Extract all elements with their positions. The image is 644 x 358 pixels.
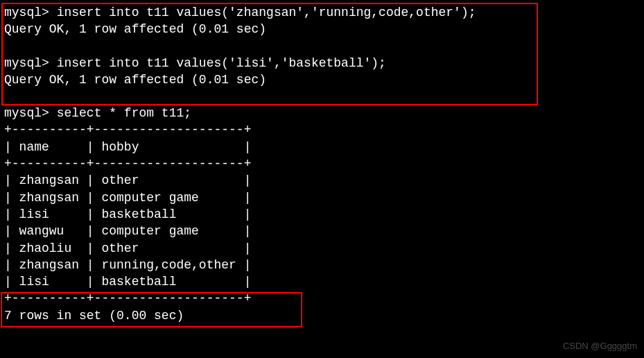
query-result: Query OK, 1 row affected (0.01 sec): [4, 21, 644, 37]
table-row: | zhangsan | running,code,other |: [4, 257, 644, 273]
watermark-text: CSDN @Gggggtm: [563, 340, 637, 352]
rows-in-set: 7 rows in set (0.00 sec): [4, 307, 644, 324]
table-row: | zhaoliu | other |: [4, 240, 644, 257]
sql-select-command: select * from t11;: [57, 106, 191, 120]
sql-insert-command: insert into t11 values('lisi','basketbal…: [57, 56, 386, 70]
terminal-line: mysql> select * from t11;: [4, 105, 644, 121]
table-border: +----------+--------------------+: [4, 121, 644, 138]
table-row: | zhangsan | other |: [4, 172, 644, 189]
table-border: +----------+--------------------+: [4, 155, 644, 172]
table-row: | lisi | basketball |: [4, 273, 644, 290]
table-border: +----------+--------------------+: [4, 290, 644, 307]
blank-line: [4, 88, 644, 105]
table-row: | zhangsan | computer game |: [4, 189, 644, 206]
terminal-line: mysql> insert into t11 values('zhangsan'…: [4, 4, 644, 21]
table-row: | lisi | basketball |: [4, 206, 644, 223]
mysql-prompt: mysql>: [4, 56, 49, 70]
blank-line: [4, 38, 644, 55]
table-row: | wangwu | computer game |: [4, 223, 644, 239]
sql-insert-command: insert into t11 values('zhangsan','runni…: [57, 6, 476, 19]
mysql-prompt: mysql>: [4, 106, 49, 120]
mysql-prompt: mysql>: [4, 6, 49, 19]
query-result: Query OK, 1 row affected (0.01 sec): [4, 71, 644, 88]
table-header: | name | hobby |: [4, 139, 644, 155]
terminal-line: mysql> insert into t11 values('lisi','ba…: [4, 55, 644, 71]
